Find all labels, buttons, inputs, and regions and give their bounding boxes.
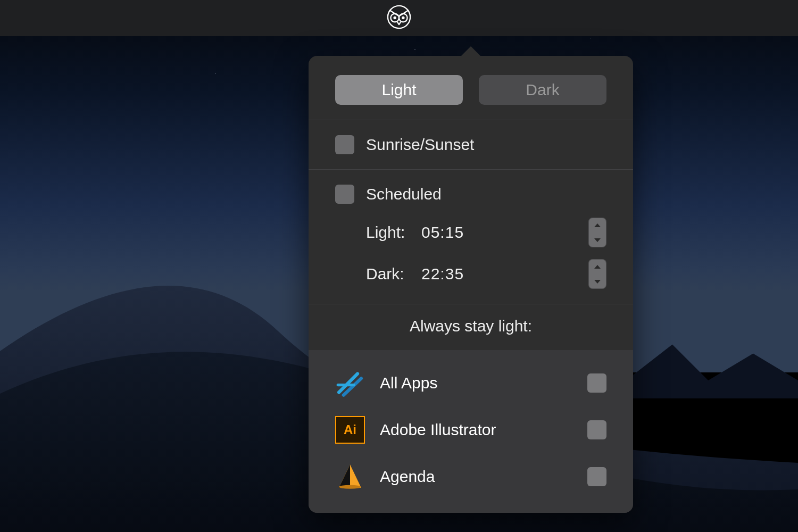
svg-point-3 [393, 16, 396, 19]
app-list: All Apps Ai Adobe Illustrator A [309, 350, 633, 513]
app-row-illustrator: Ai Adobe Illustrator [335, 406, 606, 453]
app-name: All Apps [380, 374, 572, 392]
chevron-down-icon [594, 238, 601, 242]
app-checkbox[interactable] [587, 420, 606, 439]
app-name: Adobe Illustrator [380, 421, 572, 439]
agenda-icon [335, 462, 365, 492]
illustrator-icon: Ai [335, 415, 365, 445]
sunrise-sunset-label: Sunrise/Sunset [366, 136, 474, 154]
app-checkbox[interactable] [587, 467, 606, 486]
mode-segmented-control: Light Dark [309, 56, 633, 120]
owl-icon[interactable] [386, 4, 412, 32]
svg-point-4 [402, 16, 404, 19]
svg-point-7 [339, 485, 361, 489]
app-row-agenda: Agenda [335, 453, 606, 500]
dark-mode-button[interactable]: Dark [479, 75, 606, 105]
chevron-down-icon [594, 280, 601, 284]
scheduled-label: Scheduled [366, 185, 442, 203]
sunrise-sunset-checkbox[interactable]: Sunrise/Sunset [335, 135, 606, 154]
light-mode-button[interactable]: Light [335, 75, 463, 105]
dark-time-row: Dark: 22:35 [366, 259, 606, 289]
light-time-stepper[interactable] [588, 218, 606, 247]
scheduled-checkbox[interactable]: Scheduled [335, 185, 606, 204]
app-checkbox[interactable] [587, 373, 606, 393]
app-row-all-apps: All Apps [335, 360, 606, 406]
chevron-up-icon [594, 265, 601, 269]
checkbox-icon [335, 135, 354, 154]
all-apps-icon [335, 368, 365, 398]
menu-bar [0, 0, 798, 36]
settings-popover: Light Dark Sunrise/Sunset Scheduled Ligh… [309, 56, 633, 513]
desktop: Light Dark Sunrise/Sunset Scheduled Ligh… [0, 0, 798, 532]
dark-time-value[interactable]: 22:35 [421, 265, 485, 283]
scheduled-section: Scheduled Light: 05:15 Dark: 22:35 [309, 170, 633, 304]
dark-time-stepper[interactable] [588, 259, 606, 289]
chevron-up-icon [594, 223, 601, 227]
dark-time-label: Dark: [366, 265, 412, 283]
light-time-value[interactable]: 05:15 [421, 223, 485, 242]
light-time-row: Light: 05:15 [366, 218, 606, 247]
app-name: Agenda [380, 468, 572, 486]
checkbox-icon [335, 185, 354, 204]
svg-marker-6 [339, 464, 350, 488]
light-time-label: Light: [366, 223, 412, 242]
always-stay-light-heading: Always stay light: [309, 304, 633, 350]
sunrise-sunset-row: Sunrise/Sunset [309, 120, 633, 169]
